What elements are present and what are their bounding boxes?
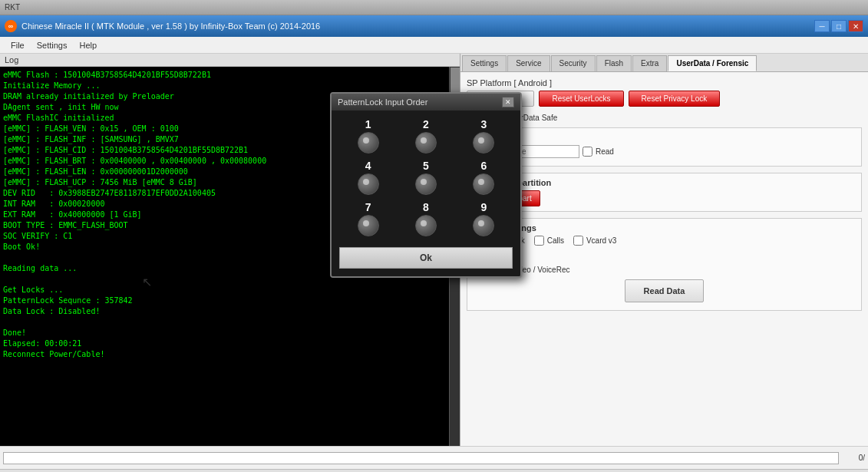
menu-settings[interactable]: Settings — [31, 39, 74, 51]
pattern-dot-8[interactable] — [415, 215, 437, 236]
modal-title: PatternLock Input Order — [338, 97, 427, 107]
modal-close-button[interactable]: ✕ — [502, 97, 514, 107]
recovery-section: Extract Settings PhoneBook Calls Vcard v… — [467, 218, 862, 311]
pattern-cell-9: 9 — [473, 201, 494, 236]
menu-file[interactable]: File — [5, 39, 31, 51]
app-icon: ∞ — [5, 20, 17, 32]
pattern-row-2: 4 5 6 — [339, 160, 513, 195]
pattern-num-4: 4 — [365, 160, 371, 172]
pattern-num-6: 6 — [480, 160, 487, 172]
pattern-cell-3: 3 — [473, 118, 494, 153]
tab-settings[interactable]: Settings — [462, 55, 507, 71]
rkt-bar: RKT — [0, 0, 868, 15]
patternlock-modal: PatternLock Input Order ✕ 1 2 3 4 — [330, 92, 522, 278]
pattern-dot-2[interactable] — [415, 132, 437, 153]
pattern-num-7: 7 — [365, 201, 371, 213]
pattern-row-3: 7 8 9 — [339, 201, 513, 236]
tab-service[interactable]: Service — [507, 55, 550, 71]
pattern-dot-1[interactable] — [358, 132, 379, 153]
userdata-safe-row: Protect UserData Safe — [467, 113, 862, 123]
progress-area: 0/ — [0, 446, 868, 469]
pattern-num-9: 9 — [480, 201, 487, 213]
pattern-dot-4[interactable] — [358, 173, 379, 195]
tab-bar: Settings Service Security Flash Extra Us… — [460, 54, 868, 72]
pattern-dot-3[interactable] — [473, 132, 494, 153]
memory-repartition-title: Memory Repartition — [472, 178, 856, 187]
phone-section-title: m [ Phone ] — [472, 133, 856, 142]
user-code-row: Read — [472, 145, 856, 158]
log-label: Log — [0, 54, 460, 67]
sp-platform-label: SP Platform [ Android ] — [467, 78, 862, 87]
pattern-dot-6[interactable] — [473, 173, 494, 195]
pattern-dot-9[interactable] — [473, 215, 494, 236]
tab-security[interactable]: Security — [551, 55, 596, 71]
progress-label: 0/ — [842, 454, 865, 462]
phone-section: m [ Phone ] Read — [467, 127, 862, 167]
pattern-num-1: 1 — [365, 118, 371, 130]
tab-flash[interactable]: Flash — [596, 55, 632, 71]
sms-row: SMS — [472, 250, 856, 260]
app-title: Chinese Miracle II ( MTK Module , ver 1.… — [21, 21, 320, 31]
pattern-cell-4: 4 — [358, 160, 379, 195]
pattern-dot-5[interactable] — [415, 173, 437, 195]
pattern-num-8: 8 — [423, 201, 429, 213]
minimize-button[interactable]: ─ — [814, 20, 830, 32]
vcard-label: Vcard v3 — [586, 236, 616, 245]
pattern-num-5: 5 — [423, 160, 429, 172]
tab-extra[interactable]: Extra — [632, 55, 667, 71]
tab-userdata-forensic[interactable]: UserData / Forensic — [668, 55, 757, 71]
phonebook-row: PhoneBook Calls Vcard v3 — [472, 236, 856, 246]
window-controls: ─ □ ✕ — [814, 20, 863, 32]
vcard-checkbox[interactable] — [573, 236, 583, 246]
pattern-cell-7: 7 — [358, 201, 379, 236]
pattern-num-3: 3 — [480, 118, 487, 130]
pattern-row-1: 1 2 3 — [339, 118, 513, 153]
progress-bar — [3, 452, 839, 464]
pattern-cell-5: 5 — [415, 160, 437, 195]
memory-repartition-section: Memory Repartition Check / Repart — [467, 173, 862, 212]
modal-title-bar: PatternLock Input Order ✕ — [332, 94, 520, 111]
pattern-cell-1: 1 — [358, 118, 379, 153]
pattern-cell-2: 2 — [415, 118, 437, 153]
read-data-button[interactable]: Read Data — [625, 279, 705, 302]
pattern-cell-6: 6 — [473, 160, 494, 195]
calls-label: Calls — [547, 236, 564, 245]
calls-checkbox[interactable] — [534, 236, 544, 246]
pattern-num-2: 2 — [423, 118, 429, 130]
status-bar: READY MTK SP 65|67|83|81|xx USB 10:53:24… — [0, 469, 868, 472]
close-button[interactable]: ✕ — [848, 20, 863, 32]
title-bar: ∞ Chinese Miracle II ( MTK Module , ver … — [0, 15, 868, 37]
read-label: Read — [596, 147, 614, 156]
pattern-dot-7[interactable] — [358, 215, 379, 236]
pattern-cell-8: 8 — [415, 201, 437, 236]
recovery-title: Extract Settings — [472, 223, 856, 233]
menu-bar: File Settings Help — [0, 37, 868, 54]
sp-platform-buttons: Pattern / DP Reset UserLocks Reset Priva… — [467, 91, 862, 107]
menu-help[interactable]: Help — [73, 39, 103, 51]
modal-ok-button[interactable]: Ok — [339, 247, 513, 269]
read-checkbox[interactable] — [583, 147, 592, 157]
reset-userlocks-button[interactable]: Reset UserLocks — [539, 91, 623, 107]
reset-privacy-lock-button[interactable]: Reset Privacy Lock — [629, 91, 721, 107]
rkt-label: RKT — [5, 3, 20, 12]
modal-body: 1 2 3 4 5 6 — [332, 111, 520, 276]
photo-row: Photo / Video / VoiceRec — [472, 265, 856, 275]
maximize-button[interactable]: □ — [831, 20, 847, 32]
